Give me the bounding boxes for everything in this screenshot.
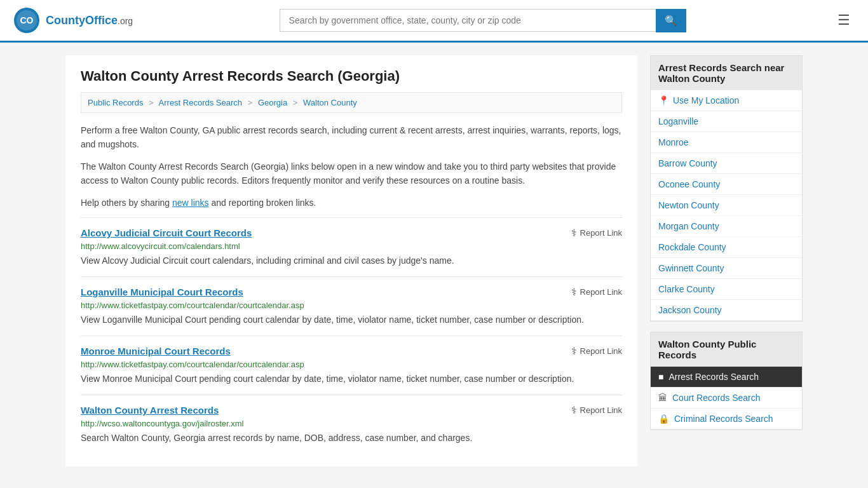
- nearby-link-monroe[interactable]: Monroe: [651, 132, 802, 153]
- intro-text-2: The Walton County Arrest Records Search …: [81, 159, 622, 188]
- result-desc-3: Search Walton County, Georgia arrest rec…: [81, 431, 622, 445]
- search-icon: 🔍: [665, 15, 677, 26]
- result-url-3[interactable]: http://wcso.waltoncountyga.gov/jailroste…: [81, 419, 622, 428]
- report-link-icon-2: ⚕: [571, 345, 577, 357]
- report-link-icon-0: ⚕: [571, 227, 577, 239]
- sidebar-link-arrest-records[interactable]: ■ Arrest Records Search: [651, 367, 802, 388]
- sidebar-link-court-records[interactable]: 🏛 Court Records Search: [651, 388, 802, 409]
- main-container: Walton County Arrest Records Search (Geo…: [53, 43, 815, 479]
- sidebar-link-criminal-records[interactable]: 🔒 Criminal Records Search: [651, 409, 802, 430]
- results-list: Alcovy Judicial Circuit Court Records ⚕ …: [81, 217, 622, 454]
- result-desc-2: View Monroe Municipal Court pending cour…: [81, 372, 622, 386]
- result-title-3[interactable]: Walton County Arrest Records: [81, 405, 219, 416]
- nearby-link-clarke-county[interactable]: Clarke County: [651, 279, 802, 300]
- result-url-0[interactable]: http://www.alcovycircuit.com/calendars.h…: [81, 241, 622, 251]
- breadcrumb: Public Records > Arrest Records Search >…: [81, 92, 622, 113]
- sidebar: Arrest Records Search near Walton County…: [650, 55, 803, 466]
- intro-text-3: Help others by sharing new links and rep…: [81, 196, 622, 210]
- logo[interactable]: CO CountyOffice.org: [13, 6, 133, 34]
- result-title-2[interactable]: Monroe Municipal Court Records: [81, 346, 231, 356]
- report-link-icon-1: ⚕: [571, 286, 577, 298]
- public-records-section: Walton County Public Records ■ Arrest Re…: [650, 332, 803, 430]
- breadcrumb-link-public-records[interactable]: Public Records: [88, 98, 143, 107]
- search-input[interactable]: [280, 9, 656, 32]
- report-link-icon-3: ⚕: [571, 404, 577, 416]
- nearby-section: Arrest Records Search near Walton County…: [650, 55, 803, 322]
- nearby-link-newton-county[interactable]: Newton County: [651, 195, 802, 216]
- nearby-link-oconee-county[interactable]: Oconee County: [651, 174, 802, 195]
- nearby-title: Arrest Records Search near Walton County: [651, 56, 802, 90]
- report-link-button-1[interactable]: ⚕ Report Link: [571, 286, 622, 298]
- public-records-title: Walton County Public Records: [651, 332, 802, 367]
- search-button[interactable]: 🔍: [656, 9, 686, 32]
- result-item: Alcovy Judicial Circuit Court Records ⚕ …: [81, 217, 622, 276]
- hamburger-icon: ☰: [837, 12, 850, 28]
- nearby-link-rockdale-county[interactable]: Rockdale County: [651, 237, 802, 258]
- site-header: CO CountyOffice.org 🔍 ☰: [0, 0, 868, 43]
- search-bar: 🔍: [280, 9, 686, 32]
- nearby-link-morgan-county[interactable]: Morgan County: [651, 216, 802, 237]
- nearby-link-jackson-county[interactable]: Jackson County: [651, 300, 802, 321]
- result-desc-0: View Alcovy Judicial Circuit court calen…: [81, 254, 622, 268]
- result-url-2[interactable]: http://www.ticketfastpay.com/courtcalend…: [81, 360, 622, 369]
- logo-icon: CO: [13, 6, 41, 34]
- result-desc-1: View Loganville Municipal Court pending …: [81, 313, 622, 327]
- new-links-link[interactable]: new links: [172, 198, 209, 208]
- nearby-link-gwinnett-county[interactable]: Gwinnett County: [651, 258, 802, 279]
- lock-icon: 🔒: [658, 414, 669, 424]
- report-link-button-0[interactable]: ⚕ Report Link: [571, 227, 622, 239]
- result-title-1[interactable]: Loganville Municipal Court Records: [81, 287, 243, 297]
- svg-text:CO: CO: [20, 15, 34, 25]
- report-link-button-3[interactable]: ⚕ Report Link: [571, 404, 622, 416]
- use-my-location-link[interactable]: Use My Location: [673, 95, 739, 105]
- logo-text: CountyOffice.org: [46, 14, 133, 27]
- location-pin-icon: 📍: [658, 95, 669, 105]
- result-url-1[interactable]: http://www.ticketfastpay.com/courtcalend…: [81, 301, 622, 310]
- page-title: Walton County Arrest Records Search (Geo…: [81, 68, 622, 85]
- content-area: Walton County Arrest Records Search (Geo…: [65, 55, 637, 466]
- court-icon: 🏛: [658, 393, 667, 403]
- nearby-link-loganville[interactable]: Loganville: [651, 111, 802, 132]
- breadcrumb-link-walton-county[interactable]: Walton County: [303, 98, 357, 107]
- menu-button[interactable]: ☰: [832, 10, 855, 31]
- square-icon: ■: [658, 372, 663, 382]
- result-item: Loganville Municipal Court Records ⚕ Rep…: [81, 276, 622, 336]
- result-title-0[interactable]: Alcovy Judicial Circuit Court Records: [81, 227, 252, 238]
- breadcrumb-link-georgia[interactable]: Georgia: [258, 98, 287, 107]
- result-item: Walton County Arrest Records ⚕ Report Li…: [81, 395, 622, 454]
- result-item: Monroe Municipal Court Records ⚕ Report …: [81, 336, 622, 395]
- report-link-button-2[interactable]: ⚕ Report Link: [571, 345, 622, 357]
- intro-text-1: Perform a free Walton County, GA public …: [81, 123, 622, 152]
- breadcrumb-link-arrest-records[interactable]: Arrest Records Search: [159, 98, 243, 107]
- nearby-link-barrow-county[interactable]: Barrow County: [651, 153, 802, 174]
- use-my-location-item[interactable]: 📍 Use My Location: [651, 90, 802, 111]
